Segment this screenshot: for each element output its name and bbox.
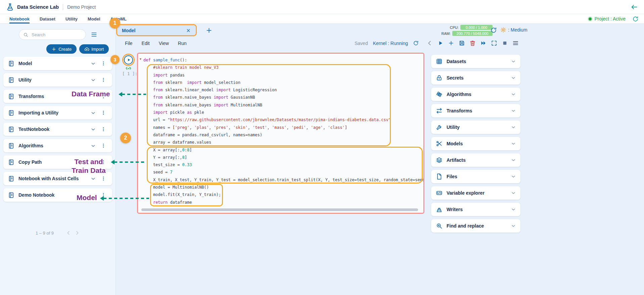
close-tab-icon[interactable] [186, 28, 191, 33]
menu-icon[interactable] [512, 40, 519, 46]
ram-label: RAM: [440, 32, 451, 36]
code-editor[interactable]: ▾ def sample_func(): #sklearn train mode… [137, 53, 424, 214]
editor-menubar: FileEditViewRun Saved Kernel : Running [116, 37, 644, 49]
panel-item-variable-explorer[interactable]: Variable explorer [431, 186, 520, 200]
sidebar-item-label: Copy Path [18, 159, 42, 165]
kebab-menu-icon[interactable] [101, 143, 106, 148]
code-line: dataframe = pandas.read_csv(url, names=n… [143, 131, 423, 139]
notebook-tab-model[interactable]: Model [118, 25, 195, 36]
chevron-down-icon[interactable] [511, 157, 516, 163]
run-all-icon[interactable] [480, 40, 487, 46]
menu-file[interactable]: File [125, 41, 133, 46]
editor-status-toolbar: Saved Kernel : Running [355, 37, 519, 49]
pagination-prev-icon[interactable] [66, 230, 71, 236]
sidebar-item-importing-a-utility[interactable]: Importing a Utility [3, 106, 112, 119]
chevron-down-icon[interactable] [511, 141, 516, 146]
panel-item-artifacts[interactable]: Artifacts [431, 153, 520, 167]
panel-item-find-and-replace[interactable]: Find and replace [431, 219, 520, 233]
horizontal-scrollbar[interactable] [141, 208, 418, 211]
kebab-menu-icon[interactable] [101, 159, 106, 165]
sidebar-item-notebook-with-assist-cells[interactable]: Notebook with Assist Cells [3, 172, 112, 185]
chevron-down-icon[interactable] [511, 190, 516, 196]
chevron-down-icon[interactable] [511, 174, 516, 179]
chevron-left-icon[interactable] [426, 40, 433, 46]
code-line: names = ['preg', 'plas', 'pres', 'skin',… [143, 124, 423, 131]
plus-icon[interactable] [448, 40, 454, 46]
refresh-icon[interactable] [632, 16, 639, 22]
sidebar-item-copy-path[interactable]: Copy Path [3, 155, 112, 169]
fold-toggle-icon[interactable]: ▾ [140, 57, 141, 61]
files-icon [436, 173, 443, 180]
add-tab-icon[interactable] [205, 27, 213, 34]
panel-item-models[interactable]: Models [431, 137, 520, 150]
hamburger-icon[interactable] [91, 31, 97, 38]
nav-tab-model[interactable]: Model [88, 14, 100, 23]
sidebar-item-label: TestNotebook [18, 127, 49, 132]
pagination-label: 1 – 9 of 9 [36, 231, 54, 236]
chevron-down-icon[interactable] [90, 143, 96, 149]
code-line: from sklearn.linear_model import Logisti… [143, 86, 423, 94]
run-cell-button[interactable] [124, 55, 133, 64]
chevron-down-icon[interactable] [511, 75, 516, 81]
sidebar-item-demo-notebook[interactable]: Demo Notebook [3, 188, 112, 202]
chevron-down-icon[interactable] [90, 110, 96, 116]
sidebar-item-label: Demo Notebook [18, 192, 54, 198]
chevron-down-icon[interactable] [511, 108, 516, 113]
nav-tab-utility[interactable]: Utility [65, 14, 78, 23]
restart-kernel-icon[interactable] [413, 40, 419, 46]
sidebar-item-testnotebook[interactable]: TestNotebook [3, 122, 112, 136]
import-button[interactable]: Import [79, 44, 109, 54]
back-arrow-icon[interactable] [631, 3, 638, 11]
nav-tab-dataset[interactable]: Dataset [40, 14, 55, 23]
trash-icon[interactable] [469, 40, 476, 46]
chevron-down-icon[interactable] [511, 92, 516, 97]
kebab-menu-icon[interactable] [101, 127, 106, 132]
pagination-next-icon[interactable] [75, 230, 80, 236]
sidebar-item-model[interactable]: Model [3, 57, 112, 70]
nav-tab-notebook[interactable]: Notebook [9, 14, 30, 23]
play-icon[interactable] [437, 40, 444, 46]
create-button[interactable]: Create [46, 44, 77, 54]
stop-icon[interactable] [502, 40, 508, 46]
gear-icon [500, 27, 506, 33]
menu-edit[interactable]: Edit [142, 41, 150, 46]
kebab-menu-icon[interactable] [101, 192, 106, 198]
menu-view[interactable]: View [159, 41, 169, 46]
fullscreen-icon[interactable] [491, 40, 497, 46]
refresh-resources-icon[interactable] [490, 27, 497, 34]
kebab-menu-icon[interactable] [101, 176, 106, 181]
sidebar-item-label: Transforms [18, 94, 44, 99]
nav-tab-automl[interactable]: AutoML [110, 14, 127, 23]
sidebar-actions: Create Import [7, 44, 109, 54]
panel-item-algorithms[interactable]: Algorithms [431, 88, 520, 101]
panel-item-writers[interactable]: Writers [431, 203, 520, 216]
chevron-down-icon[interactable] [511, 59, 516, 64]
chevron-down-icon[interactable] [90, 77, 96, 83]
chevron-down-icon[interactable] [511, 223, 516, 229]
menu-run[interactable]: Run [178, 41, 187, 46]
active-status-dot-icon [589, 17, 592, 20]
sidebar-item-transforms[interactable]: Transforms [3, 90, 112, 103]
panel-item-transforms[interactable]: Transforms [431, 104, 520, 117]
chevron-down-icon[interactable] [90, 176, 96, 182]
instance-selector[interactable]: : Medium [500, 27, 527, 33]
sidebar-item-algorithms[interactable]: Algorithms [3, 139, 112, 152]
panel-item-datasets[interactable]: Datasets [431, 55, 520, 68]
chevron-down-icon[interactable] [511, 207, 516, 212]
kebab-menu-icon[interactable] [101, 77, 106, 83]
save-icon[interactable] [459, 40, 465, 46]
kebab-menu-icon[interactable] [101, 61, 106, 66]
search-input[interactable] [31, 32, 82, 38]
search-box[interactable] [19, 29, 86, 40]
kebab-menu-icon[interactable] [101, 110, 106, 115]
panel-item-utility[interactable]: Utility [431, 120, 520, 134]
chevron-down-icon[interactable] [511, 125, 516, 130]
sidebar-item-utility[interactable]: Utility [3, 73, 112, 87]
chevron-down-icon[interactable] [90, 127, 96, 132]
notebook-icon [8, 176, 14, 182]
chevron-down-icon[interactable] [90, 61, 96, 66]
kebab-menu-icon[interactable] [101, 94, 106, 99]
panel-item-files[interactable]: Files [431, 170, 520, 183]
panel-item-secrets[interactable]: Secrets [431, 71, 520, 85]
flask-logo-icon [6, 3, 14, 11]
